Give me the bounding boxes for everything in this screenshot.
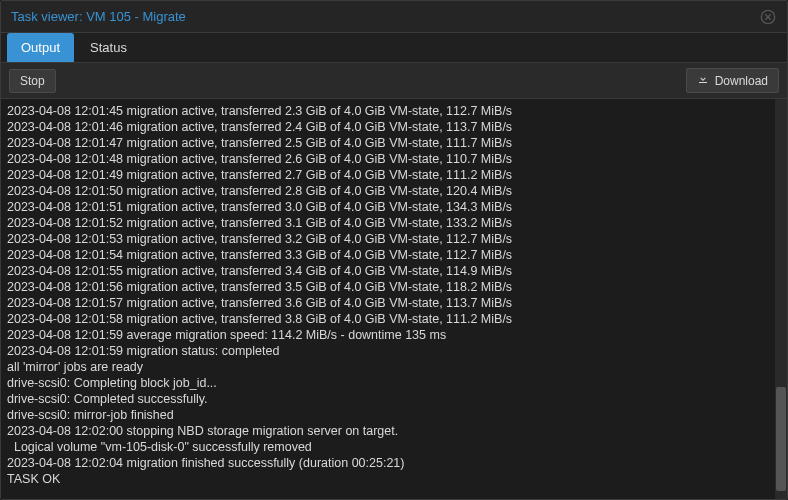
download-button-label: Download bbox=[715, 74, 768, 88]
log-content[interactable]: 2023-04-08 12:01:45 migration active, tr… bbox=[1, 99, 775, 499]
log-line: 2023-04-08 12:01:59 migration status: co… bbox=[7, 343, 769, 359]
log-line: 2023-04-08 12:01:52 migration active, tr… bbox=[7, 215, 769, 231]
window-title: Task viewer: VM 105 - Migrate bbox=[11, 9, 759, 24]
log-line: 2023-04-08 12:01:49 migration active, tr… bbox=[7, 167, 769, 183]
log-line: 2023-04-08 12:01:57 migration active, tr… bbox=[7, 295, 769, 311]
log-line: 2023-04-08 12:01:55 migration active, tr… bbox=[7, 263, 769, 279]
toolbar: Stop Download bbox=[1, 63, 787, 99]
log-line: 2023-04-08 12:01:58 migration active, tr… bbox=[7, 311, 769, 327]
scrollbar-track[interactable] bbox=[775, 99, 787, 499]
tab-output-label: Output bbox=[21, 40, 60, 55]
close-icon[interactable] bbox=[759, 8, 777, 26]
log-line: 2023-04-08 12:01:45 migration active, tr… bbox=[7, 103, 769, 119]
log-line: 2023-04-08 12:01:51 migration active, tr… bbox=[7, 199, 769, 215]
scrollbar-thumb[interactable] bbox=[776, 387, 786, 491]
log-line: 2023-04-08 12:01:46 migration active, tr… bbox=[7, 119, 769, 135]
stop-button[interactable]: Stop bbox=[9, 69, 56, 93]
log-line: 2023-04-08 12:01:54 migration active, tr… bbox=[7, 247, 769, 263]
log-line: 2023-04-08 12:01:59 average migration sp… bbox=[7, 327, 769, 343]
task-viewer-window: Task viewer: VM 105 - Migrate Output Sta… bbox=[0, 0, 788, 500]
log-line: all 'mirror' jobs are ready bbox=[7, 359, 769, 375]
log-line: 2023-04-08 12:01:48 migration active, tr… bbox=[7, 151, 769, 167]
log-line: 2023-04-08 12:02:04 migration finished s… bbox=[7, 455, 769, 471]
log-line: drive-scsi0: Completing block job_id... bbox=[7, 375, 769, 391]
download-icon bbox=[697, 73, 709, 88]
titlebar: Task viewer: VM 105 - Migrate bbox=[1, 1, 787, 33]
log-line: TASK OK bbox=[7, 471, 769, 487]
tab-output[interactable]: Output bbox=[7, 33, 74, 62]
log-area: 2023-04-08 12:01:45 migration active, tr… bbox=[1, 99, 787, 499]
log-line: 2023-04-08 12:01:53 migration active, tr… bbox=[7, 231, 769, 247]
log-line: 2023-04-08 12:01:56 migration active, tr… bbox=[7, 279, 769, 295]
tabs: Output Status bbox=[1, 33, 787, 63]
download-button[interactable]: Download bbox=[686, 68, 779, 93]
tab-status[interactable]: Status bbox=[76, 33, 141, 62]
stop-button-label: Stop bbox=[20, 74, 45, 88]
log-line: 2023-04-08 12:01:50 migration active, tr… bbox=[7, 183, 769, 199]
log-line: drive-scsi0: Completed successfully. bbox=[7, 391, 769, 407]
log-line: drive-scsi0: mirror-job finished bbox=[7, 407, 769, 423]
log-line: 2023-04-08 12:02:00 stopping NBD storage… bbox=[7, 423, 769, 439]
log-line: 2023-04-08 12:01:47 migration active, tr… bbox=[7, 135, 769, 151]
tab-status-label: Status bbox=[90, 40, 127, 55]
log-line: Logical volume "vm-105-disk-0" successfu… bbox=[7, 439, 769, 455]
